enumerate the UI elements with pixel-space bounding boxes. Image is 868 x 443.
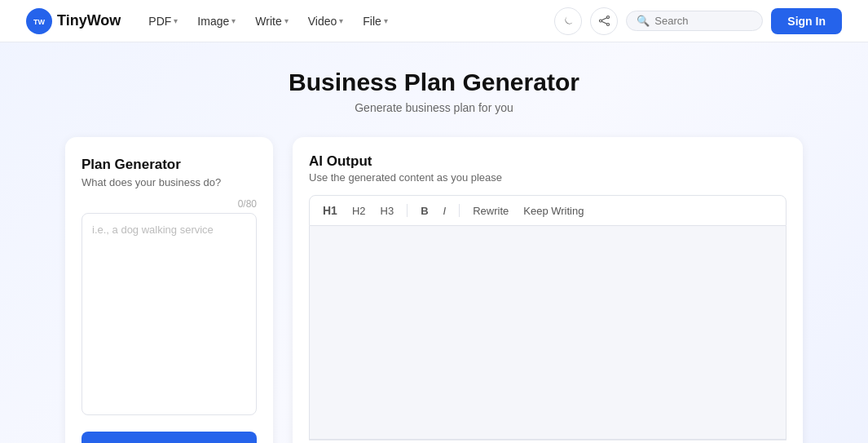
ai-output-title: AI Output — [309, 153, 786, 170]
toolbar-h2-button[interactable]: H2 — [349, 203, 369, 219]
chevron-down-icon: ▾ — [339, 16, 343, 25]
svg-point-4 — [606, 24, 609, 26]
page-title: Business Plan Generator — [65, 69, 803, 96]
chevron-down-icon: ▾ — [174, 16, 178, 25]
nav-label-file: File — [363, 15, 381, 28]
sign-in-button[interactable]: Sign In — [771, 8, 842, 34]
left-panel: Plan Generator What does your business d… — [65, 137, 273, 443]
panel-subtitle: What does your business do? — [82, 176, 257, 188]
share-button[interactable] — [590, 7, 618, 35]
textarea-wrap — [82, 213, 257, 419]
search-icon: 🔍 — [637, 15, 650, 27]
editor-body[interactable] — [309, 226, 786, 440]
chevron-down-icon: ▾ — [384, 16, 388, 25]
toolbar-italic-button[interactable]: I — [440, 203, 450, 219]
toolbar-h3-button[interactable]: H3 — [377, 203, 398, 219]
nav-menu: PDF ▾ Image ▾ Write ▾ Video ▾ File ▾ — [140, 10, 548, 33]
editor-toolbar: H1 H2 H3 B I Rewrite Keep Writing — [309, 195, 786, 226]
svg-point-3 — [599, 20, 601, 22]
business-input[interactable] — [82, 213, 257, 415]
page-subtitle: Generate business plan for you — [65, 101, 803, 114]
right-panel: AI Output Use the generated content as y… — [293, 137, 803, 443]
nav-label-pdf: PDF — [148, 15, 171, 28]
char-count: 0/80 — [82, 198, 257, 210]
logo-text: TinyWow — [57, 12, 121, 29]
ai-output-subtitle: Use the generated content as you please — [309, 171, 786, 184]
toolbar-rewrite-button[interactable]: Rewrite — [469, 203, 512, 219]
svg-line-6 — [601, 21, 606, 24]
nav-item-video[interactable]: Video ▾ — [300, 10, 352, 33]
nav-item-image[interactable]: Image ▾ — [189, 10, 244, 33]
svg-text:TW: TW — [33, 18, 45, 26]
nav-item-pdf[interactable]: PDF ▾ — [140, 10, 186, 33]
navbar: TW TinyWow PDF ▾ Image ▾ Write ▾ Video ▾… — [0, 0, 868, 42]
svg-line-5 — [601, 18, 606, 20]
search-wrap[interactable]: 🔍 — [626, 11, 763, 31]
svg-point-2 — [606, 16, 609, 19]
toolbar-separator-2 — [459, 204, 460, 217]
chevron-down-icon: ▾ — [284, 16, 289, 25]
nav-item-write[interactable]: Write ▾ — [247, 10, 296, 33]
search-input[interactable] — [654, 15, 752, 27]
chevron-down-icon: ▾ — [231, 16, 236, 25]
nav-item-file[interactable]: File ▾ — [355, 10, 396, 33]
logo-link[interactable]: TW TinyWow — [26, 8, 121, 34]
toolbar-keep-writing-button[interactable]: Keep Writing — [520, 203, 587, 219]
nav-label-write: Write — [255, 15, 281, 28]
logo-icon: TW — [26, 8, 52, 34]
nav-label-video: Video — [308, 15, 337, 28]
main-content: Business Plan Generator Generate busines… — [0, 42, 868, 443]
panel-title: Plan Generator — [82, 157, 257, 173]
toolbar-bold-button[interactable]: B — [417, 203, 431, 219]
toolbar-h1-button[interactable]: H1 — [319, 202, 341, 219]
editor-footer: Download Rate your result 👍 👎 — [309, 440, 786, 443]
nav-label-image: Image — [197, 15, 229, 28]
toolbar-separator — [407, 204, 408, 217]
content-row: Plan Generator What does your business d… — [65, 137, 803, 443]
nav-right: 🔍 Sign In — [554, 7, 842, 35]
generate-button[interactable]: Generate — [82, 432, 257, 443]
dark-mode-button[interactable] — [554, 7, 582, 35]
